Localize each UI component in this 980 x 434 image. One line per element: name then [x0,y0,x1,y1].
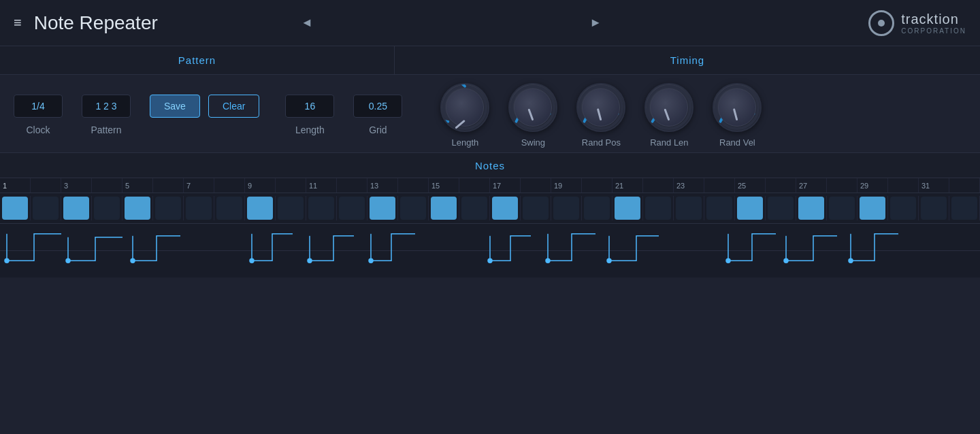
note-number-29: 29 [858,178,888,193]
length-control: 16 Length [285,95,334,135]
note-btn-21[interactable] [615,197,640,220]
nav-next-button[interactable]: ► [580,12,611,34]
note-btn-18[interactable] [523,197,549,220]
note-btn-29[interactable] [860,197,885,220]
note-btn-24[interactable] [706,197,732,220]
notes-buttons-row[interactable] [0,193,980,223]
note-number-2 [31,178,61,193]
note-btn-cell-31 [919,196,949,220]
note-number-25: 25 [735,178,766,193]
clock-value[interactable]: 1/4 [14,95,63,118]
note-btn-9[interactable] [247,197,273,220]
note-btn-14[interactable] [400,197,426,220]
note-btn-cell-17 [490,196,521,220]
note-btn-cell-27 [796,196,827,220]
envelope-svg [0,224,980,278]
note-number-24 [704,178,735,193]
note-btn-cell-6 [153,196,184,220]
notes-grid: 135791113151719212325272931 [0,178,980,223]
note-number-16 [459,178,490,193]
note-number-10 [276,178,306,193]
timing-controls: Length Swing [435,83,762,148]
length-knob[interactable] [440,83,489,132]
note-btn-13[interactable] [370,197,395,220]
note-btn-cell-2 [31,196,61,220]
note-btn-11[interactable] [308,197,334,220]
grid-control: 0.25 Grid [353,95,402,135]
note-btn-19[interactable] [553,197,579,220]
rand-pos-knob[interactable] [576,83,625,132]
svg-point-7 [66,258,70,263]
menu-icon[interactable]: ≡ [14,15,22,31]
note-number-1: 1 [0,178,31,193]
envelope-row [0,223,980,278]
note-btn-27[interactable] [798,197,824,220]
note-number-7: 7 [184,178,214,193]
note-btn-15[interactable] [431,197,457,220]
save-button[interactable]: Save [150,95,200,118]
note-btn-22[interactable] [645,197,671,220]
svg-point-16 [784,258,788,263]
note-btn-3[interactable] [63,197,89,220]
rand-len-knob-label: Rand Len [650,137,688,148]
note-btn-cell-24 [704,196,735,220]
note-number-15: 15 [429,178,459,193]
note-btn-32[interactable] [951,197,977,220]
note-btn-26[interactable] [768,197,794,220]
note-number-18 [521,178,551,193]
rand-len-knob-group: Rand Len [644,83,693,148]
note-btn-cell-1 [0,196,31,220]
note-btn-cell-18 [521,196,551,220]
swing-knob-inner [514,88,552,127]
grid-label: Grid [369,124,387,135]
note-btn-2[interactable] [33,197,59,220]
note-btn-cell-20 [582,196,612,220]
note-btn-12[interactable] [339,197,365,220]
note-btn-cell-3 [61,196,92,220]
note-number-32 [949,178,980,193]
rand-len-knob[interactable] [644,83,693,132]
nav-prev-button[interactable]: ◄ [291,12,323,34]
note-btn-6[interactable] [155,197,181,220]
rand-pos-knob-label: Rand Pos [582,137,621,148]
pattern-value[interactable]: 1 2 3 [82,95,131,118]
note-btn-1[interactable] [2,197,28,220]
note-number-11: 11 [306,178,337,193]
note-btn-31[interactable] [921,197,947,220]
note-number-31: 31 [919,178,949,193]
note-btn-25[interactable] [737,197,763,220]
swing-knob[interactable] [508,83,557,132]
note-btn-16[interactable] [461,197,487,220]
note-btn-28[interactable] [829,197,855,220]
note-btn-cell-13 [368,196,398,220]
logo-area: tracktion CORPORATION [868,10,966,36]
note-btn-4[interactable] [94,197,120,220]
note-btn-cell-29 [858,196,888,220]
rand-pos-knob-group: Rand Pos [576,83,625,148]
note-btn-8[interactable] [216,197,242,220]
svg-point-11 [369,258,373,263]
note-number-8 [214,178,245,193]
length-knob-label: Length [452,137,479,148]
note-btn-cell-14 [398,196,429,220]
clear-button[interactable]: Clear [208,95,259,118]
note-btn-5[interactable] [125,197,150,220]
grid-value[interactable]: 0.25 [353,95,402,118]
note-btn-17[interactable] [492,197,518,220]
swing-knob-group: Swing [508,83,557,148]
note-btn-23[interactable] [676,197,702,220]
note-btn-cell-11 [306,196,337,220]
note-btn-cell-21 [612,196,643,220]
note-btn-30[interactable] [890,197,916,220]
note-btn-7[interactable] [186,197,212,220]
note-number-5: 5 [122,178,153,193]
note-number-23: 23 [674,178,704,193]
pattern-control: 1 2 3 Pattern [82,95,131,135]
rand-vel-knob[interactable] [713,83,762,132]
note-btn-20[interactable] [584,197,610,220]
note-btn-10[interactable] [278,197,304,220]
length-label: Length [295,124,325,135]
note-number-27: 27 [796,178,827,193]
length-value[interactable]: 16 [285,95,334,118]
note-btn-cell-5 [122,196,153,220]
